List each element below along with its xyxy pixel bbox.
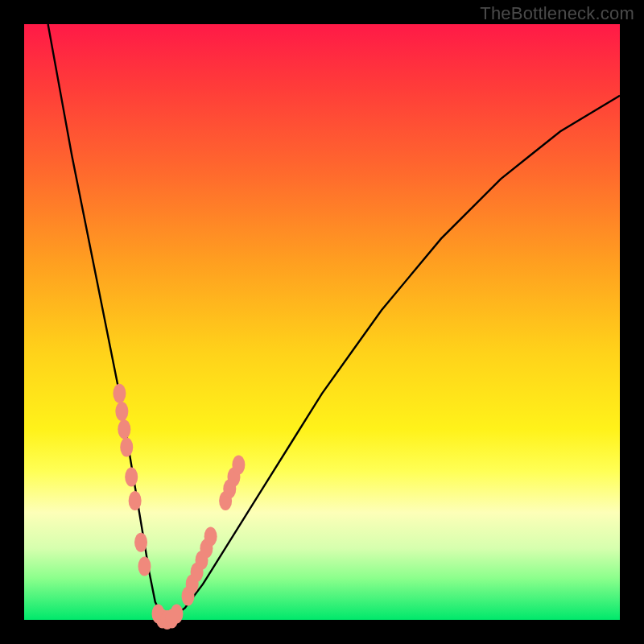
data-marker <box>170 605 183 624</box>
watermark-text: TheBottleneck.com <box>480 3 634 24</box>
data-marker <box>113 384 126 403</box>
bottleneck-curve <box>48 24 620 620</box>
chart-svg <box>24 24 620 620</box>
data-marker <box>204 526 217 546</box>
data-marker <box>125 467 138 486</box>
data-marker <box>134 533 147 552</box>
data-marker <box>129 491 142 510</box>
data-marker <box>232 456 245 475</box>
data-marker <box>120 437 133 456</box>
data-marker <box>115 402 128 421</box>
chart-frame: TheBottleneck.com <box>0 0 644 644</box>
data-marker <box>138 556 151 576</box>
plot-area <box>24 24 620 620</box>
data-markers <box>113 384 245 630</box>
data-marker <box>118 419 130 439</box>
